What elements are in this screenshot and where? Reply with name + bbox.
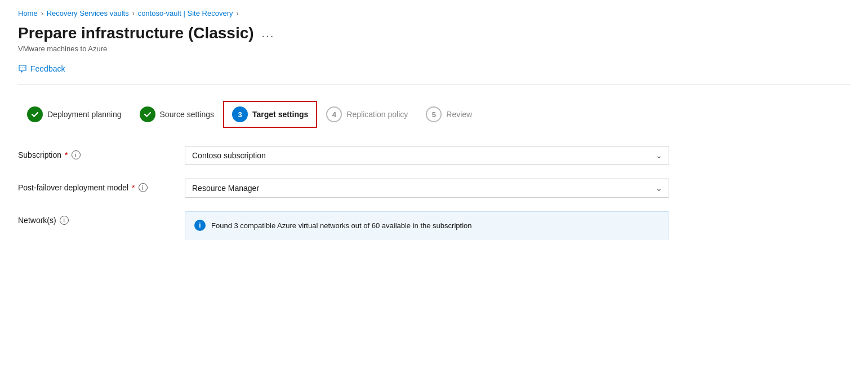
breadcrumb: Home › Recovery Services vaults › contos… [18,9,850,17]
page-title: Prepare infrastructure (Classic) [18,24,254,42]
deployment-model-info-icon[interactable]: i [139,183,148,192]
subscription-info-icon[interactable]: i [72,150,81,159]
networks-info-banner: i Found 3 compatible Azure virtual netwo… [185,211,669,239]
networks-banner-icon: i [194,220,206,231]
subscription-row: Subscription * i Contoso subscription Ot… [18,146,750,165]
toolbar: Feedback [18,62,850,75]
breadcrumb-sep-2: › [132,10,135,17]
step-circle-5: 5 [426,106,442,122]
step-circle-2 [140,106,155,122]
feedback-button[interactable]: Feedback [18,62,65,75]
svg-point-1 [22,68,23,69]
subscription-dropdown-wrapper: Contoso subscription Other subscription … [185,146,669,165]
step-source-settings[interactable]: Source settings [131,101,224,128]
step-circle-3: 3 [232,106,248,122]
networks-info-icon[interactable]: i [60,216,69,225]
step-circle-1 [27,106,43,122]
step-review[interactable]: 5 Review [417,101,481,128]
subscription-dropdown[interactable]: Contoso subscription Other subscription [185,146,669,165]
feedback-label: Feedback [30,64,65,73]
svg-point-0 [20,68,21,69]
subscription-required: * [65,150,68,159]
networks-row: Network(s) i i Found 3 compatible Azure … [18,211,750,239]
subscription-label: Subscription [18,150,61,159]
networks-label: Network(s) [18,216,56,225]
step-label-2: Source settings [160,110,215,119]
step-target-settings[interactable]: 3 Target settings [223,101,317,128]
page-subtitle: VMware machines to Azure [18,45,850,53]
subscription-control: Contoso subscription Other subscription … [185,146,750,165]
breadcrumb-sep-1: › [41,10,43,17]
breadcrumb-home[interactable]: Home [18,9,38,17]
step-wrapper-1: Deployment planning [18,101,131,128]
networks-control: i Found 3 compatible Azure virtual netwo… [185,211,750,239]
breadcrumb-sep-3: › [236,10,238,17]
step-label-3: Target settings [252,110,308,119]
step-wrapper-2: Source settings [131,101,224,128]
step-wrapper-3: 3 Target settings [223,101,317,128]
deployment-model-label-col: Post-failover deployment model * i [18,179,176,192]
step-wrapper-4: 4 Replication policy [317,101,417,128]
breadcrumb-vaults[interactable]: Recovery Services vaults [47,9,129,17]
step-replication-policy[interactable]: 4 Replication policy [317,101,417,128]
step-label-4: Replication policy [346,110,408,119]
deployment-model-dropdown[interactable]: Resource Manager Classic [185,179,669,198]
networks-banner-text: Found 3 compatible Azure virtual network… [211,221,471,230]
form-section: Subscription * i Contoso subscription Ot… [18,146,750,239]
step-label-5: Review [446,110,472,119]
step-circle-4: 4 [326,106,342,122]
feedback-icon [18,64,27,73]
subscription-label-col: Subscription * i [18,146,176,159]
deployment-model-row: Post-failover deployment model * i Resou… [18,179,750,198]
page-title-container: Prepare infrastructure (Classic) ... [18,24,850,42]
toolbar-divider [18,84,850,85]
deployment-model-control: Resource Manager Classic ⌄ [185,179,750,198]
wizard-steps: Deployment planning Source settings 3 Ta… [18,101,850,128]
networks-label-col: Network(s) i [18,211,176,225]
deployment-model-required: * [132,183,135,192]
step-wrapper-5: 5 Review [417,101,481,128]
deployment-model-dropdown-wrapper: Resource Manager Classic ⌄ [185,179,669,198]
svg-point-2 [24,68,25,69]
deployment-model-label: Post-failover deployment model [18,183,128,192]
step-deployment-planning[interactable]: Deployment planning [18,101,131,128]
ellipsis-button[interactable]: ... [260,27,277,40]
breadcrumb-vault[interactable]: contoso-vault | Site Recovery [138,9,233,17]
step-label-1: Deployment planning [47,110,122,119]
